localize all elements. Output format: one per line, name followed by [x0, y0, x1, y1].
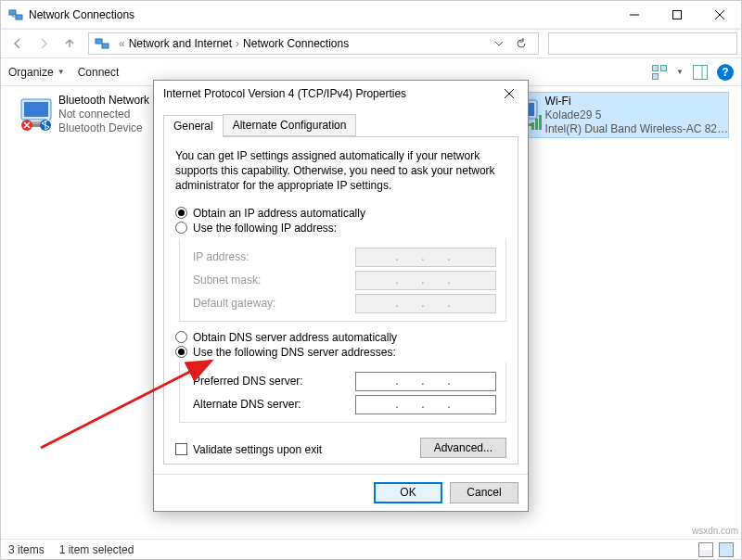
dialog-title: Internet Protocol Version 4 (TCP/IPv4) P…	[163, 87, 406, 100]
breadcrumb-seg-network-connections[interactable]: Network Connections	[243, 37, 349, 50]
checkbox-icon	[175, 443, 187, 455]
chevron-down-icon[interactable]: ▼	[676, 68, 684, 76]
watermark: wsxdn.com	[692, 526, 738, 536]
validate-settings-checkbox[interactable]: Validate settings upon exit	[175, 443, 322, 456]
cancel-button[interactable]: Cancel	[450, 482, 518, 503]
status-item-count: 3 items	[8, 543, 45, 556]
window-buttons	[613, 1, 741, 29]
up-button[interactable]	[57, 32, 83, 55]
radio-icon	[175, 222, 187, 234]
status-selected-count: 1 item selected	[59, 543, 134, 556]
organize-label: Organize	[8, 66, 54, 79]
intro-text: You can get IP settings assigned automat…	[175, 148, 506, 194]
forward-button[interactable]	[31, 32, 57, 55]
dialog-close-button[interactable]	[496, 84, 522, 103]
refresh-button[interactable]	[510, 32, 532, 55]
dialog-titlebar: Internet Protocol Version 4 (TCP/IPv4) P…	[154, 81, 528, 107]
preview-pane-button[interactable]	[693, 65, 708, 80]
network-connections-icon	[8, 7, 23, 22]
connection-name: Wi-Fi	[545, 95, 728, 108]
address-toolbar: « Network and Internet › Network Connect…	[1, 29, 741, 58]
svg-rect-0	[9, 10, 16, 15]
ok-button[interactable]: OK	[374, 482, 442, 503]
svg-rect-7	[653, 73, 659, 79]
radio-obtain-dns-auto[interactable]: Obtain DNS server address automatically	[175, 331, 506, 344]
radio-use-following-ip[interactable]: Use the following IP address:	[175, 222, 506, 235]
ip-address-label: IP address:	[193, 250, 355, 263]
alternate-dns-input[interactable]: . . .	[355, 395, 496, 414]
bluetooth-connection-icon	[14, 92, 58, 136]
search-input[interactable]	[548, 32, 737, 55]
network-connections-icon	[95, 36, 109, 51]
preferred-dns-input[interactable]: . . .	[355, 372, 496, 391]
connection-item-wifi[interactable]: Wi-Fi Kolade29 5 Intel(R) Dual Band Wire…	[506, 92, 729, 138]
dns-fields: Preferred DNS server: . . . Alternate DN…	[179, 363, 506, 423]
radio-label: Use the following IP address:	[193, 222, 337, 235]
svg-rect-2	[673, 10, 682, 19]
minimize-button[interactable]	[613, 1, 656, 29]
radio-label: Obtain an IP address automatically	[193, 207, 365, 220]
default-gateway-input: . . .	[355, 294, 496, 313]
ipv4-properties-dialog: Internet Protocol Version 4 (TCP/IPv4) P…	[153, 80, 529, 512]
checkbox-label: Validate settings upon exit	[193, 443, 322, 456]
svg-rect-3	[96, 39, 102, 44]
radio-use-following-dns[interactable]: Use the following DNS server addresses:	[175, 346, 506, 359]
svg-rect-20	[531, 122, 534, 130]
chevron-down-icon: ▼	[58, 68, 65, 76]
radio-label: Obtain DNS server address automatically	[193, 331, 397, 344]
ip-fields: IP address: . . . Subnet mask: . . . Def…	[179, 238, 506, 322]
radio-icon	[175, 346, 187, 358]
tab-general[interactable]: General	[163, 115, 224, 137]
maximize-button[interactable]	[656, 1, 698, 29]
alternate-dns-label: Alternate DNS server:	[193, 398, 355, 411]
svg-rect-22	[539, 115, 542, 130]
connect-label: Connect	[78, 66, 120, 79]
details-view-button[interactable]	[698, 542, 713, 557]
svg-rect-4	[102, 44, 109, 48]
help-button[interactable]: ?	[717, 64, 734, 81]
connection-ssid: Kolade29 5	[545, 108, 728, 122]
ip-address-input: . . .	[355, 248, 496, 267]
back-button[interactable]	[5, 32, 31, 55]
subnet-mask-input: . . .	[355, 271, 496, 290]
svg-rect-11	[24, 102, 48, 117]
titlebar: Network Connections	[1, 1, 741, 29]
tab-alternate-configuration[interactable]: Alternate Configuration	[223, 114, 357, 136]
statusbar: 3 items 1 item selected	[1, 539, 741, 559]
default-gateway-label: Default gateway:	[193, 297, 355, 310]
tab-content-general: You can get IP settings assigned automat…	[163, 137, 518, 465]
breadcrumb-sep: «	[119, 37, 125, 50]
address-dropdown-button[interactable]	[488, 32, 510, 55]
radio-icon	[175, 207, 187, 219]
svg-rect-6	[661, 65, 667, 70]
address-bar[interactable]: « Network and Internet › Network Connect…	[88, 32, 539, 55]
preferred-dns-label: Preferred DNS server:	[193, 375, 355, 388]
advanced-button[interactable]: Advanced...	[420, 438, 506, 458]
chevron-right-icon: ›	[236, 37, 239, 50]
dialog-footer: OK Cancel	[154, 474, 528, 511]
tabs: General Alternate Configuration	[163, 114, 518, 137]
view-dropdown[interactable]	[652, 65, 667, 80]
organize-menu[interactable]: Organize▼	[8, 66, 65, 79]
breadcrumb-seg-network-internet[interactable]: Network and Internet	[129, 37, 232, 50]
radio-icon	[175, 331, 187, 343]
svg-rect-21	[535, 119, 538, 130]
connection-adapter: Intel(R) Dual Band Wireless-AC 82…	[545, 122, 728, 136]
radio-label: Use the following DNS server addresses:	[193, 346, 396, 359]
large-icons-view-button[interactable]	[719, 542, 734, 557]
connect-menu[interactable]: Connect	[78, 66, 120, 79]
radio-obtain-ip-auto[interactable]: Obtain an IP address automatically	[175, 207, 506, 220]
close-button[interactable]	[698, 1, 741, 29]
window-title: Network Connections	[29, 8, 613, 21]
svg-rect-8	[694, 65, 708, 79]
subnet-mask-label: Subnet mask:	[193, 274, 355, 286]
svg-rect-5	[653, 65, 659, 70]
